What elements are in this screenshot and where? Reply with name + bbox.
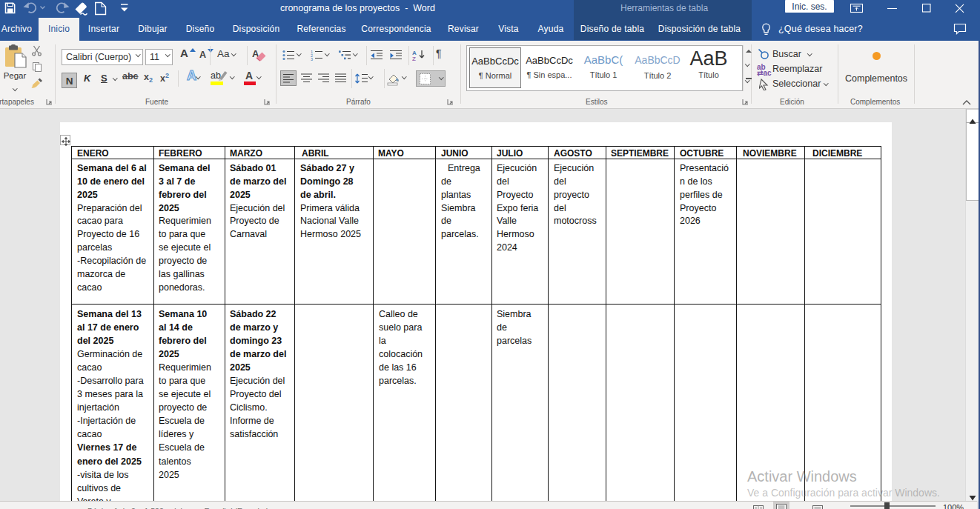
svg-text:3: 3 [311, 57, 313, 61]
svg-text:Z: Z [412, 56, 416, 61]
